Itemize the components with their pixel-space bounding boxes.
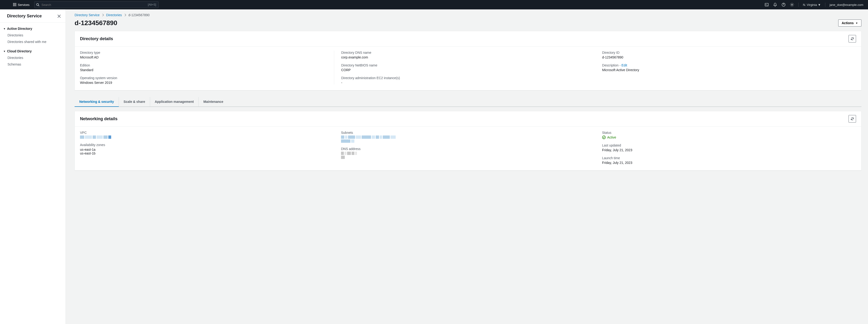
svg-point-13	[792, 4, 793, 5]
nav-divider	[798, 3, 799, 7]
sidebar-close-button[interactable]	[58, 14, 61, 18]
sidebar-item-directories[interactable]: Directories	[0, 32, 65, 38]
cloudshell-icon[interactable]	[765, 3, 769, 7]
networking-details-panel: Networking details VPC	[74, 111, 862, 171]
description-label-text: Description -	[602, 63, 621, 67]
panel-title: Directory details	[80, 36, 113, 41]
directory-type-value: Microsoft AD	[80, 55, 327, 59]
account-menu[interactable]: jane_doe@example.com	[830, 3, 863, 6]
edition-label: Edition	[80, 63, 327, 67]
settings-icon[interactable]	[790, 3, 794, 7]
panel-header: Networking details	[75, 111, 861, 126]
directory-type-label: Directory type	[80, 51, 327, 55]
breadcrumb-root[interactable]: Directory Service	[74, 13, 100, 17]
breadcrumb-current: d-1234567890	[128, 13, 150, 17]
sidebar-item-cloud-directories[interactable]: Directories	[0, 55, 65, 61]
os-value: Windows Server 2019	[80, 81, 327, 85]
directory-id-label: Directory ID	[602, 51, 849, 55]
dns-name-value: corp.example.com	[341, 55, 588, 59]
region-label: N. Virginia	[803, 3, 817, 6]
breadcrumb: Directory Service Directories d-12345678…	[74, 13, 862, 17]
subnets-label: Subnets	[341, 131, 588, 135]
svg-rect-2	[16, 3, 16, 4]
vpc-label: VPC	[80, 131, 327, 135]
svg-rect-11	[765, 3, 768, 6]
subnets-value-redacted	[341, 136, 402, 143]
status-label: Status	[602, 131, 849, 135]
netbios-value: CORP	[341, 68, 588, 72]
az-value-2: us-east-1b	[80, 151, 327, 155]
launch-time-value: Friday, July 21, 2023	[602, 161, 849, 165]
caret-down-icon: ▼	[3, 50, 6, 53]
tab-maintenance[interactable]: Maintenance	[199, 97, 228, 107]
launch-time-label: Launch time	[602, 156, 849, 160]
last-updated-label: Last updated	[602, 143, 849, 147]
region-selector[interactable]: N. Virginia ▼	[803, 3, 821, 6]
svg-rect-8	[16, 5, 16, 6]
svg-rect-5	[16, 4, 16, 5]
section-heading-cloud-directory[interactable]: ▼ Cloud Directory	[0, 48, 65, 55]
ec2-label: Directory administration EC2 instance(s)	[341, 76, 588, 80]
services-menu[interactable]: Services	[13, 3, 30, 6]
sidebar-item-directories-shared[interactable]: Directories shared with me	[0, 38, 65, 45]
services-label: Services	[18, 3, 30, 6]
net-col-3: Status Active Last updated Friday, July …	[595, 131, 856, 165]
panel-header: Directory details	[75, 31, 861, 47]
dns-address-label: DNS address	[341, 147, 588, 151]
caret-down-icon: ▼	[818, 3, 821, 6]
sidebar-header: Directory Service	[0, 9, 65, 23]
username-label: jane_doe@example.com	[830, 3, 863, 6]
vpc-value-redacted	[80, 136, 131, 139]
main-content: Directory Service Directories d-12345678…	[66, 9, 868, 324]
sidebar-title: Directory Service	[7, 13, 42, 19]
tab-application-management[interactable]: Application management	[150, 97, 199, 107]
net-col-2: Subnets DNS address	[334, 131, 595, 165]
panel-title: Networking details	[80, 116, 118, 121]
directory-id-value: d-1234567890	[602, 55, 849, 59]
description-label: Description - Edit	[602, 63, 849, 67]
tab-scale-share[interactable]: Scale & share	[119, 97, 150, 107]
notifications-icon[interactable]	[773, 3, 777, 7]
dns-address-value-redacted	[341, 152, 360, 159]
status-active-icon	[602, 136, 606, 139]
detail-col-3: Directory ID d-1234567890 Description - …	[595, 51, 856, 85]
sidebar-item-schemas[interactable]: Schemas	[0, 61, 65, 68]
refresh-button[interactable]	[848, 35, 856, 42]
last-updated-value: Friday, July 21, 2023	[602, 148, 849, 152]
breadcrumb-directories[interactable]: Directories	[106, 13, 122, 17]
svg-rect-7	[14, 5, 15, 6]
os-label: Operating system version	[80, 76, 327, 80]
description-edit-link[interactable]: Edit	[621, 63, 627, 67]
refresh-button[interactable]	[848, 115, 856, 123]
grid-icon	[13, 3, 17, 6]
dns-name-label: Directory DNS name	[341, 51, 588, 55]
svg-point-9	[37, 3, 39, 6]
edition-value: Standard	[80, 68, 327, 72]
az-value-1: us-east-1a	[80, 148, 327, 151]
help-icon[interactable]	[781, 3, 786, 7]
az-label: Availability zones	[80, 143, 327, 147]
svg-rect-3	[13, 4, 14, 5]
svg-line-10	[38, 5, 39, 6]
detail-col-2: Directory DNS name corp.example.com Dire…	[334, 51, 595, 85]
panel-body: Directory type Microsoft AD Edition Stan…	[75, 47, 861, 90]
ec2-value: -	[341, 81, 588, 85]
net-col-1: VPC Availability zones us-east-1a us-eas…	[80, 131, 334, 165]
svg-rect-0	[13, 3, 14, 4]
search-shortcut: [Alt+S]	[148, 3, 156, 6]
caret-down-icon: ▼	[856, 22, 858, 24]
actions-button[interactable]: Actions ▼	[838, 20, 862, 27]
tab-networking-security[interactable]: Networking & security	[74, 97, 119, 107]
search-input[interactable]	[34, 1, 159, 8]
nav-right: N. Virginia ▼ jane_doe@example.com	[765, 3, 863, 7]
sidebar-section-cloud-directory: ▼ Cloud Directory Directories Schemas	[0, 48, 65, 70]
svg-rect-1	[14, 3, 15, 4]
section-label: Active Directory	[7, 27, 32, 31]
aws-logo[interactable]	[5, 2, 10, 7]
chevron-right-icon	[102, 13, 104, 17]
page-title: d-1234567890	[74, 19, 117, 27]
search-icon	[36, 3, 39, 6]
tabs: Networking & security Scale & share Appl…	[74, 97, 862, 107]
page-header: d-1234567890 Actions ▼	[74, 19, 862, 27]
section-heading-active-directory[interactable]: ▼ Active Directory	[0, 25, 65, 32]
